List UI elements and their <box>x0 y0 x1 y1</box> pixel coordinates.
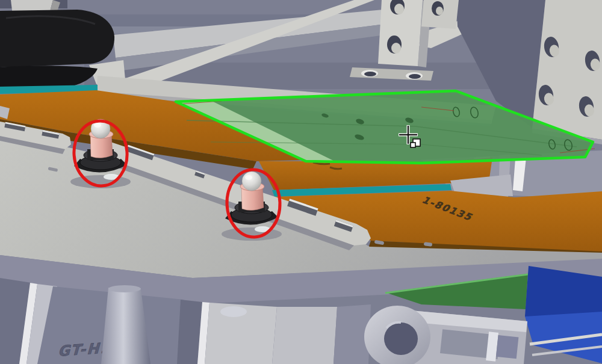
cad-viewport[interactable]: 1-80135 <box>0 0 602 364</box>
arm-ring-hole <box>384 322 418 355</box>
gripper-body <box>0 10 114 67</box>
